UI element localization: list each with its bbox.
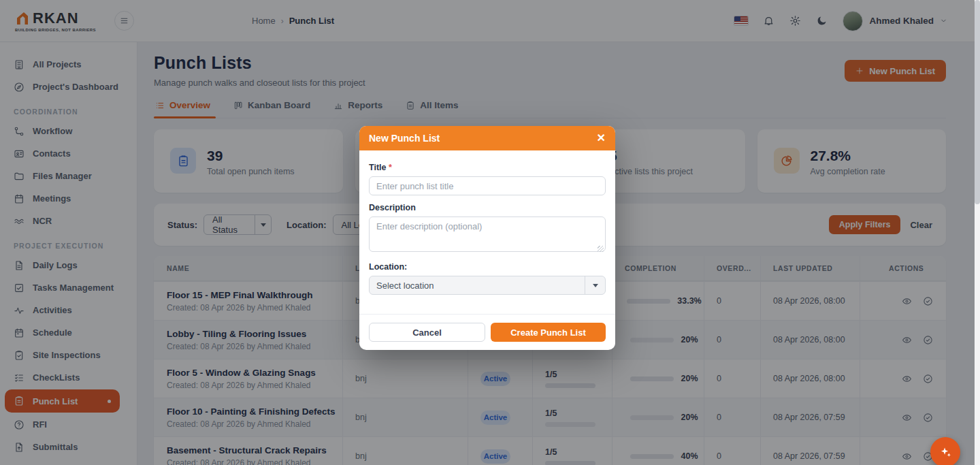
scrollbar-thumb[interactable] bbox=[975, 0, 980, 204]
location-select-value: Select location bbox=[370, 280, 441, 291]
scrollbar[interactable] bbox=[975, 0, 980, 465]
new-punch-list-dialog: New Punch List ✕ Title * Description Loc… bbox=[359, 126, 615, 350]
description-textarea[interactable] bbox=[369, 217, 606, 252]
location-select[interactable]: Select location bbox=[369, 276, 606, 295]
description-field-label: Description bbox=[369, 203, 606, 212]
required-asterisk: * bbox=[389, 163, 392, 172]
app-window: RKAN BUILDING BRIDGES, NOT BARRIERS Home… bbox=[0, 0, 980, 465]
dialog-title: New Punch List bbox=[369, 133, 440, 144]
create-punch-list-button[interactable]: Create Punch List bbox=[491, 323, 606, 342]
chevron-down-icon bbox=[585, 276, 605, 294]
close-icon[interactable]: ✕ bbox=[597, 133, 606, 144]
assistant-fab-button[interactable] bbox=[930, 437, 960, 465]
title-input[interactable] bbox=[369, 176, 606, 195]
cancel-button[interactable]: Cancel bbox=[369, 323, 485, 342]
dialog-header: New Punch List ✕ bbox=[359, 126, 615, 150]
title-field-label: Title * bbox=[369, 163, 606, 172]
sparkles-icon bbox=[938, 445, 953, 460]
location-field-label: Location: bbox=[369, 262, 606, 272]
